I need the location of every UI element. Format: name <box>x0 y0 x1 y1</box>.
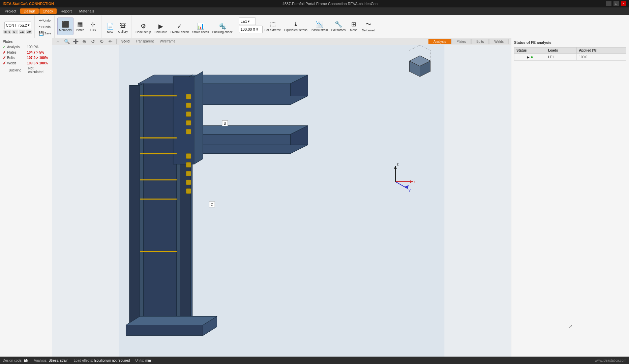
gallery-button[interactable]: 🖼 Gallery <box>117 20 129 37</box>
for-extreme-button[interactable]: ⬚ For extreme <box>263 18 282 35</box>
svg-rect-31 <box>186 171 191 176</box>
transparent-view-btn[interactable]: Transparent <box>133 39 156 43</box>
tab-plates[interactable]: Plates <box>451 39 471 44</box>
buckling-value: Not calculated <box>28 66 49 74</box>
search-nav-icon[interactable]: 🔍 <box>63 38 70 45</box>
website-link[interactable]: www.ideastatica.com <box>595 359 626 362</box>
welds-label: Welds <box>7 61 26 65</box>
add-nav-icon[interactable]: ➕ <box>72 38 79 45</box>
svg-rect-27 <box>186 120 191 125</box>
rotate-right-nav-icon[interactable]: ↻ <box>98 38 106 45</box>
right-tabs: Analysis Plates Bolts Welds <box>428 39 509 44</box>
calculate-icon: ▶ <box>158 23 163 30</box>
menu-check[interactable]: Check <box>39 8 57 14</box>
code-setup-button[interactable]: ⚙ Code setup <box>134 20 152 37</box>
buckling-icon: 🔩 <box>219 23 226 30</box>
for-extreme-icon: ⬚ <box>270 21 276 28</box>
le1-dropdown[interactable]: LE1 ▾ <box>239 18 256 25</box>
tab-analysis[interactable]: Analysis <box>428 39 451 44</box>
main-canvas[interactable]: B C x y z <box>52 45 511 357</box>
units-label: Units: <box>135 359 144 362</box>
analysis-seg: Analysis: Stress, strain <box>34 359 68 362</box>
overall-check-icon: ✓ <box>177 23 182 30</box>
row-expand[interactable]: ▶ ● <box>514 54 546 61</box>
save-button[interactable]: 💾 Save <box>37 30 53 36</box>
calculate-button[interactable]: ▶ Calculate <box>153 20 169 37</box>
menu-materials[interactable]: Materials <box>76 8 98 14</box>
mesh-button[interactable]: ⊞ Mesh <box>348 18 360 35</box>
undo-button[interactable]: ↩ Undo <box>37 18 53 23</box>
overall-check-button[interactable]: ✓ Overall check <box>169 20 190 37</box>
plates-button[interactable]: ▦ Plates <box>74 18 86 35</box>
tab-bolts[interactable]: Bolts <box>471 39 489 44</box>
deformed-button[interactable]: 〜 Deformed <box>360 18 377 35</box>
home-nav-icon[interactable]: ⌂ <box>54 38 62 45</box>
svg-text:C: C <box>211 203 213 207</box>
bolt-forces-button[interactable]: 🔧 Bolt forces <box>330 18 347 35</box>
members-icon: ⬛ <box>62 21 69 28</box>
buckling-button[interactable]: 🔩 Buckling check <box>211 20 234 37</box>
welds-value: 109.6 > 100% <box>27 61 48 65</box>
bolts-value: 107.9 > 100% <box>27 56 48 60</box>
project-dropdown[interactable]: CONT_rog.2 ▾ <box>4 22 31 29</box>
window-controls[interactable]: — □ ✕ <box>606 1 626 6</box>
close-button[interactable]: ✕ <box>621 1 626 6</box>
right-panel: Status of FE analysis Status Loads Appli… <box>511 38 629 357</box>
plastic-strain-button[interactable]: 📉 Plastic strain <box>309 18 329 35</box>
window-title: 4587-Eurofoil Portal Frame Connection RE… <box>282 2 378 6</box>
col-header-applied: Applied [%] <box>577 48 626 54</box>
tab-welds[interactable]: Welds <box>489 39 509 44</box>
members-button[interactable]: ⬛ Members <box>57 18 73 35</box>
row-status-icon: ● <box>531 55 533 59</box>
plates-row: ✗ Plates 104.7 > 5% <box>3 50 49 55</box>
svg-rect-26 <box>186 112 191 117</box>
new-icon: 📄 <box>107 23 114 30</box>
welds-status-icon: ✗ <box>3 61 6 65</box>
wireframe-view-btn[interactable]: Wireframe <box>157 39 178 43</box>
plates-icon: ▦ <box>77 21 83 28</box>
solid-view-btn[interactable]: Solid <box>119 39 132 43</box>
st-btn[interactable]: ST <box>12 30 18 34</box>
lcs-button[interactable]: ⊹ LCS <box>87 18 99 35</box>
bolts-row: ✗ Bolts 107.9 > 100% <box>3 56 49 60</box>
new-button[interactable]: 📄 New <box>104 20 116 37</box>
analysis-value: 100.0% <box>27 45 38 49</box>
bolts-status-icon: ✗ <box>3 56 6 60</box>
dr-btn[interactable]: DR <box>26 30 32 34</box>
svg-text:z: z <box>397 162 399 166</box>
menu-project[interactable]: Project <box>1 8 20 14</box>
status-bar: Design code: EN Analysis: Stress, strain… <box>0 357 629 364</box>
svg-marker-16 <box>173 77 194 164</box>
units-value: mm <box>145 359 151 362</box>
3d-model-svg: B C x y z <box>52 45 511 357</box>
analysis-row: ✓ Analysis 100.0% <box>3 45 49 49</box>
svg-text:B: B <box>224 122 226 125</box>
equivalent-stress-button[interactable]: 🌡 Equivalent stress <box>283 18 309 35</box>
fe-analysis-title: Status of FE analysis <box>514 40 626 44</box>
minimize-button[interactable]: — <box>606 1 611 6</box>
maximize-button[interactable]: □ <box>613 1 619 6</box>
units-seg: Units: mm <box>135 359 151 362</box>
edit-nav-icon[interactable]: ✏ <box>107 38 114 45</box>
load-effects-value: Equilibrium not required <box>94 359 130 362</box>
design-code-seg: Design code: EN <box>3 359 28 362</box>
nav-icons-group: ⌂ 🔍 ➕ ⊕ ↺ ↻ ✏ <box>54 38 114 45</box>
rotate-left-nav-icon[interactable]: ↺ <box>89 38 97 45</box>
strain-check-button[interactable]: 📊 Strain check <box>191 20 210 37</box>
plastic-strain-icon: 📉 <box>316 21 323 28</box>
zoom-fit-nav-icon[interactable]: ⊕ <box>81 38 88 45</box>
col-header-status: Status <box>514 48 546 54</box>
design-code-value: EN <box>24 359 28 362</box>
expand-panel-icon[interactable]: ⤢ <box>568 323 572 330</box>
load-effects-label: Load effects: <box>74 359 93 362</box>
redo-icon: ↪ <box>39 24 43 29</box>
svg-marker-40 <box>126 316 217 325</box>
menu-report[interactable]: Report <box>57 8 75 14</box>
load-value-input[interactable]: 100,00 ⬆⬇ <box>239 26 263 33</box>
menu-design[interactable]: Design <box>20 8 38 14</box>
right-panel-bottom: ⤢ <box>511 296 629 357</box>
plates-value: 104.7 > 5% <box>27 51 44 54</box>
eps-btn[interactable]: EPS <box>3 30 11 34</box>
redo-button[interactable]: ↪ Redo <box>37 24 53 30</box>
cd-btn[interactable]: CD <box>19 30 25 34</box>
